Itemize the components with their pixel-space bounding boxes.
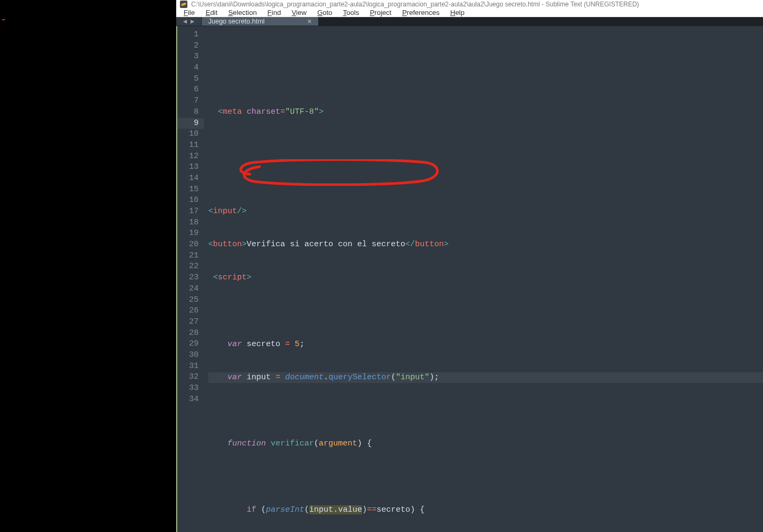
menu-find[interactable]: Find xyxy=(262,9,286,17)
line-number[interactable]: 31 xyxy=(177,361,199,372)
menu-file[interactable]: File xyxy=(178,9,200,17)
tabstrip: ◄ ► Juego secreto.html × xyxy=(176,17,763,26)
nav-next-icon[interactable]: ► xyxy=(190,18,196,25)
gutter-strip: 1234567891011121314151617181920212223242… xyxy=(176,26,204,532)
line-number[interactable]: 17 xyxy=(177,206,199,217)
line-number[interactable]: 33 xyxy=(177,383,199,394)
code-line[interactable] xyxy=(208,472,763,483)
menu-help[interactable]: Help xyxy=(445,9,470,17)
code-line[interactable]: <script> xyxy=(208,272,763,284)
line-number[interactable]: 32 xyxy=(177,372,199,383)
code-area[interactable]: <meta charset="UTF-8"> <input/> <button>… xyxy=(204,26,763,532)
menu-view[interactable]: View xyxy=(286,9,312,17)
line-number[interactable]: 10 xyxy=(177,129,199,140)
line-number[interactable]: 8 xyxy=(177,107,199,118)
nav-prev-icon[interactable]: ◄ xyxy=(182,18,188,25)
line-number[interactable]: 18 xyxy=(177,217,199,229)
sublime-text-window: C:\Users\danii\Downloads\logica_programa… xyxy=(176,0,763,532)
stray-pixel xyxy=(2,19,5,20)
line-number[interactable]: 14 xyxy=(177,173,199,184)
code-line[interactable]: if (parseInt(input.value)==secreto) { xyxy=(208,505,763,516)
menu-project[interactable]: Project xyxy=(365,9,397,17)
line-number[interactable]: 2 xyxy=(177,41,199,52)
code-line[interactable] xyxy=(208,173,763,184)
code-line[interactable] xyxy=(208,140,763,151)
line-number[interactable]: 34 xyxy=(177,394,199,405)
line-number[interactable]: 15 xyxy=(177,184,199,195)
tab-history-nav[interactable]: ◄ ► xyxy=(176,17,202,26)
menu-selection[interactable]: Selection xyxy=(223,9,262,17)
line-number[interactable]: 21 xyxy=(177,251,199,262)
line-number[interactable]: 29 xyxy=(177,339,199,350)
line-number[interactable]: 13 xyxy=(177,162,199,173)
line-number[interactable]: 5 xyxy=(177,74,199,85)
menubar: File Edit Selection Find View Goto Tools… xyxy=(176,9,763,17)
line-number[interactable]: 1 xyxy=(177,29,199,41)
line-number[interactable]: 16 xyxy=(177,195,199,206)
menu-preferences[interactable]: Preferences xyxy=(397,9,445,17)
line-number[interactable]: 11 xyxy=(177,140,199,151)
line-number[interactable]: 4 xyxy=(177,62,199,74)
menu-edit[interactable]: Edit xyxy=(200,9,223,17)
menu-goto[interactable]: Goto xyxy=(312,9,337,17)
line-number[interactable]: 23 xyxy=(177,272,199,284)
line-number[interactable]: 20 xyxy=(177,239,199,251)
tab-label: Juego secreto.html xyxy=(208,18,265,25)
code-line[interactable]: <meta charset="UTF-8"> xyxy=(208,107,763,118)
menu-tools[interactable]: Tools xyxy=(337,9,364,17)
line-number[interactable]: 22 xyxy=(177,261,199,272)
window-title: C:\Users\danii\Downloads\logica_programa… xyxy=(191,1,639,8)
line-number[interactable]: 25 xyxy=(177,295,199,306)
code-line[interactable]: function verificar(argument) { xyxy=(208,439,763,450)
code-line[interactable]: <button>Verifica si acerto con el secret… xyxy=(208,239,763,251)
code-line[interactable] xyxy=(208,306,763,317)
line-number[interactable]: 30 xyxy=(177,350,199,361)
line-number[interactable]: 27 xyxy=(177,317,199,328)
line-number[interactable]: 3 xyxy=(177,51,199,62)
line-number[interactable]: 24 xyxy=(177,284,199,295)
tab-juego-secreto[interactable]: Juego secreto.html × xyxy=(202,17,319,26)
close-icon[interactable]: × xyxy=(308,17,312,26)
code-line[interactable]: var input = document.querySelector("inpu… xyxy=(208,372,763,384)
line-number[interactable]: 28 xyxy=(177,328,199,339)
editor[interactable]: 1234567891011121314151617181920212223242… xyxy=(176,26,763,532)
line-number[interactable]: 7 xyxy=(177,96,199,107)
line-number[interactable]: 19 xyxy=(177,228,199,239)
line-number-gutter: 1234567891011121314151617181920212223242… xyxy=(177,26,204,532)
code-line[interactable] xyxy=(208,405,763,417)
line-number[interactable]: 6 xyxy=(177,84,199,96)
line-number[interactable]: 26 xyxy=(177,306,199,317)
titlebar: C:\Users\danii\Downloads\logica_programa… xyxy=(176,0,763,9)
line-number[interactable]: 9 xyxy=(177,118,204,129)
sublime-text-icon xyxy=(179,0,188,9)
code-line[interactable]: var secreto = 5; xyxy=(208,339,763,350)
line-number[interactable]: 12 xyxy=(177,151,199,162)
code-line[interactable]: <input/> xyxy=(208,206,763,217)
